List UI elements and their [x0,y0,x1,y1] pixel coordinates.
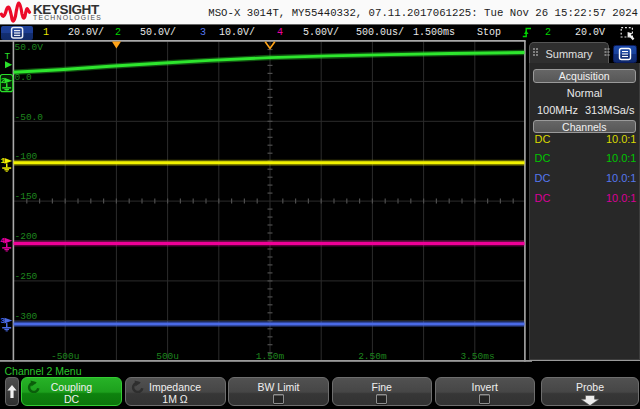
svg-text:-250: -250 [15,271,38,282]
svg-text:50.0V: 50.0V [15,42,44,53]
svg-text:4: 4 [0,237,5,245]
svg-text:-150: -150 [15,191,38,202]
svg-text:-50.0: -50.0 [15,112,44,123]
svg-text:-300: -300 [15,311,38,322]
svg-text:T: T [5,51,11,62]
